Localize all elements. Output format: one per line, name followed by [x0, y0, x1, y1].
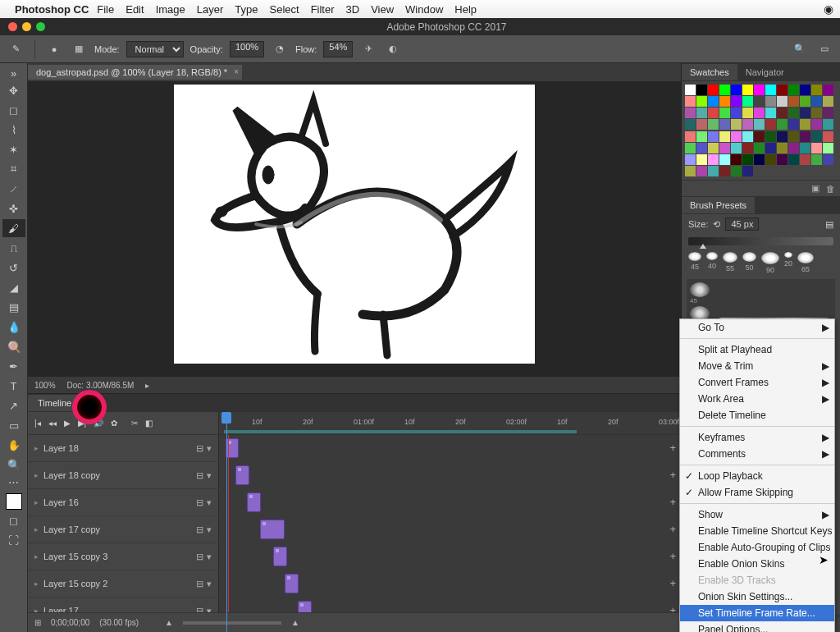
menu-item[interactable]: Convert Frames▶: [680, 374, 834, 391]
eraser-tool-icon[interactable]: ◢: [2, 278, 25, 296]
prev-frame-button[interactable]: ◂◂: [48, 419, 57, 428]
swatches-grid[interactable]: [682, 81, 840, 180]
swatch-color[interactable]: [685, 143, 696, 153]
timeline-clip[interactable]: [235, 465, 249, 485]
brush-preset[interactable]: 55: [723, 252, 737, 274]
swatch-color[interactable]: [823, 96, 833, 107]
swatch-color[interactable]: [765, 143, 776, 153]
swatch-color[interactable]: [685, 131, 696, 142]
new-swatch-icon[interactable]: ▣: [811, 183, 819, 194]
swatch-color[interactable]: [788, 85, 799, 95]
timeline-track[interactable]: ▸Layer 17⊟▾+: [28, 598, 681, 612]
swatch-color[interactable]: [777, 119, 788, 130]
swatch-color[interactable]: [685, 108, 696, 118]
swatch-color[interactable]: [696, 131, 707, 142]
swatch-color[interactable]: [788, 131, 799, 142]
timeline-clip[interactable]: [247, 492, 261, 512]
swatch-color[interactable]: [708, 96, 719, 107]
brush-preset[interactable]: 50: [742, 252, 756, 274]
swatch-color[interactable]: [696, 119, 707, 130]
swatch-color[interactable]: [777, 131, 788, 142]
menu-window[interactable]: Window: [405, 3, 443, 16]
flow-value[interactable]: 54%: [323, 41, 353, 57]
swatch-color[interactable]: [754, 108, 765, 118]
swatch-color[interactable]: [777, 108, 788, 118]
swatch-color[interactable]: [719, 96, 730, 107]
quickmask-icon[interactable]: ◻: [2, 511, 25, 529]
history-brush-tool-icon[interactable]: ↺: [2, 259, 25, 277]
swatch-color[interactable]: [788, 154, 799, 165]
swatch-color[interactable]: [811, 131, 822, 142]
swatch-color[interactable]: [765, 119, 776, 130]
menu-item[interactable]: Work Area▶: [680, 391, 834, 407]
swatch-color[interactable]: [765, 96, 776, 107]
swatch-color[interactable]: [754, 119, 765, 130]
opacity-value[interactable]: 100%: [230, 41, 264, 57]
swatch-color[interactable]: [708, 154, 719, 165]
heal-tool-icon[interactable]: ✜: [2, 199, 25, 218]
menu-edit[interactable]: Edit: [126, 3, 144, 16]
zoom-tool-icon[interactable]: 🔍: [2, 456, 25, 474]
menu-item[interactable]: Set Timeline Frame Rate...: [680, 605, 834, 621]
brush-preset-large[interactable]: 45: [690, 282, 710, 305]
marquee-tool-icon[interactable]: ◻: [2, 101, 25, 119]
brush-preset[interactable]: 20: [784, 252, 792, 274]
lasso-tool-icon[interactable]: ⌇: [2, 121, 25, 139]
workspace-icon[interactable]: ▭: [815, 40, 833, 58]
swatch-color[interactable]: [823, 108, 833, 118]
search-icon[interactable]: 🔍: [791, 40, 809, 58]
swatch-color[interactable]: [719, 108, 730, 118]
swatch-color[interactable]: [731, 131, 742, 142]
airbrush-icon[interactable]: ✈: [359, 40, 377, 58]
add-keyframe-icon[interactable]: +: [669, 550, 676, 562]
swatch-color[interactable]: [696, 108, 707, 118]
swatch-color[interactable]: [777, 85, 788, 95]
work-area-bar[interactable]: [224, 430, 577, 433]
canvas[interactable]: [174, 85, 535, 364]
swatch-color[interactable]: [696, 85, 707, 95]
menu-item[interactable]: Delete Timeline: [680, 407, 834, 424]
add-keyframe-icon[interactable]: +: [669, 523, 676, 535]
menu-help[interactable]: Help: [454, 3, 477, 16]
timeline-context-menu[interactable]: Go To▶Split at PlayheadMove & Trim▶Conve…: [679, 318, 835, 632]
timeline-track[interactable]: ▸Layer 15 copy 2⊟▾+: [28, 570, 681, 598]
menu-type[interactable]: Type: [235, 3, 258, 16]
swatch-color[interactable]: [719, 131, 730, 142]
split-button[interactable]: ✂: [131, 419, 138, 428]
menu-layer[interactable]: Layer: [197, 3, 224, 16]
swatch-color[interactable]: [685, 96, 696, 107]
menu-item[interactable]: Split at Playhead: [680, 341, 834, 358]
timeline-clip[interactable]: [298, 601, 312, 612]
menu-item[interactable]: Show▶: [680, 506, 834, 523]
swatch-color[interactable]: [788, 119, 799, 130]
swatch-color[interactable]: [754, 96, 765, 107]
type-tool-icon[interactable]: T: [2, 377, 25, 395]
swatch-color[interactable]: [708, 85, 719, 95]
swatch-color[interactable]: [800, 119, 810, 130]
zoom-out-icon[interactable]: ▲: [165, 618, 173, 627]
swatch-color[interactable]: [811, 119, 822, 130]
swatch-color[interactable]: [731, 166, 742, 176]
swatch-color[interactable]: [800, 143, 810, 153]
zoom-window-button[interactable]: [36, 22, 45, 31]
swatch-color[interactable]: [754, 131, 765, 142]
loop-button[interactable]: ✿: [111, 419, 117, 428]
swatch-color[interactable]: [731, 143, 742, 153]
swatch-color[interactable]: [742, 85, 753, 95]
add-keyframe-icon[interactable]: +: [669, 496, 676, 508]
swatch-color[interactable]: [719, 143, 730, 153]
blur-tool-icon[interactable]: 💧: [2, 318, 25, 336]
menu-item[interactable]: Enable Timeline Shortcut Keys: [680, 523, 834, 539]
brush-size-slider[interactable]: [688, 237, 833, 245]
dodge-tool-icon[interactable]: 🍭: [2, 337, 25, 355]
first-frame-button[interactable]: |◂: [34, 419, 41, 428]
swatch-color[interactable]: [788, 143, 799, 153]
brush-preset[interactable]: 45: [688, 252, 701, 274]
brush-size-value[interactable]: 45 px: [725, 218, 759, 231]
swatch-color[interactable]: [685, 119, 696, 130]
app-name[interactable]: Photoshop CC: [15, 3, 89, 16]
menu-item[interactable]: Enable Onion Skins: [680, 556, 834, 572]
swatch-color[interactable]: [719, 85, 730, 95]
swatch-color[interactable]: [823, 154, 833, 165]
swatch-color[interactable]: [788, 96, 799, 107]
